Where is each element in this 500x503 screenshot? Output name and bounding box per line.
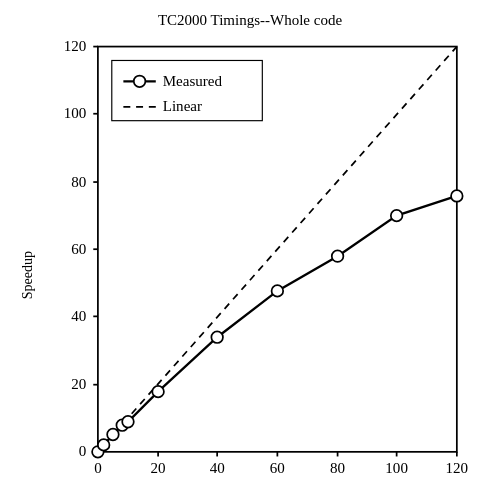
svg-point-43: [134, 75, 146, 87]
svg-text:40: 40: [71, 307, 86, 323]
svg-text:80: 80: [330, 459, 345, 475]
chart-body: Speedup 0 20 40 60 80: [20, 35, 480, 504]
svg-point-34: [122, 415, 134, 427]
svg-text:20: 20: [151, 459, 166, 475]
svg-point-36: [211, 331, 223, 343]
svg-point-38: [332, 250, 344, 262]
svg-point-32: [107, 428, 119, 440]
svg-text:100: 100: [64, 105, 87, 121]
svg-text:40: 40: [210, 459, 225, 475]
svg-point-37: [272, 285, 284, 297]
plot-svg: 0 20 40 60 80 100 120: [40, 35, 480, 498]
svg-point-39: [391, 209, 403, 221]
chart-container: TC2000 Timings--Whole code Speedup 0 20 …: [20, 12, 480, 492]
y-axis-label: Speedup: [20, 251, 36, 299]
svg-text:100: 100: [385, 459, 408, 475]
legend-measured-label: Measured: [163, 72, 223, 88]
svg-text:0: 0: [94, 459, 102, 475]
svg-text:80: 80: [71, 173, 86, 189]
chart-area: 0 20 40 60 80 100 120: [40, 35, 480, 504]
legend-linear-label: Linear: [163, 98, 202, 114]
x-axis-label: nprocs: [40, 500, 480, 503]
svg-text:20: 20: [71, 376, 86, 392]
chart-title: TC2000 Timings--Whole code: [158, 12, 342, 29]
svg-text:120: 120: [446, 459, 469, 475]
svg-text:60: 60: [71, 240, 86, 256]
svg-text:120: 120: [64, 38, 87, 54]
svg-point-31: [98, 439, 110, 451]
svg-text:0: 0: [79, 443, 87, 459]
svg-point-35: [152, 385, 164, 397]
svg-text:60: 60: [270, 459, 285, 475]
svg-point-40: [451, 190, 463, 202]
